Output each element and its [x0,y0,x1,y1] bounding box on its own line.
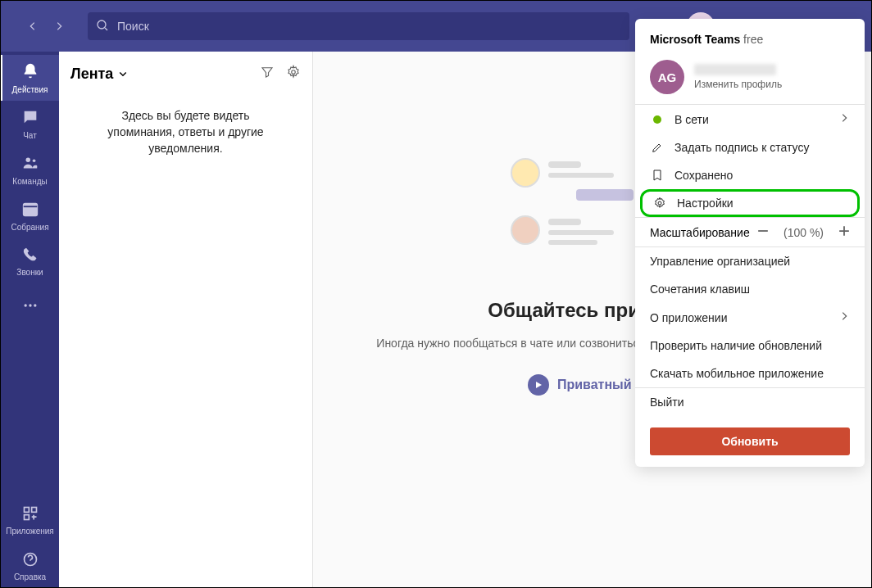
download-mobile-label: Скачать мобильное приложение [650,367,824,380]
settings-label: Настройки [677,197,733,210]
search-input[interactable] [88,12,629,40]
svg-point-3 [25,157,30,162]
svg-rect-9 [24,507,29,512]
zoom-out-button[interactable] [757,225,769,239]
check-updates-label: Проверить наличие обновлений [650,339,822,352]
sidebar-item-chat[interactable]: Чат [1,101,59,147]
zoom-row: Масштабирование (100 %) [635,218,865,247]
profile-initials-avatar: AG [650,60,684,94]
profile-dropdown: Microsoft Teams free AG Изменить профиль… [635,19,865,467]
svg-point-7 [29,304,31,306]
zoom-label: Масштабирование [650,226,750,239]
edit-icon [650,141,665,154]
sign-out-label: Выйти [650,396,684,409]
svg-point-14 [658,201,661,205]
filter-button[interactable] [260,65,275,83]
chevron-down-icon [118,66,128,83]
feed-title-text: Лента [70,66,113,83]
set-status-message-item[interactable]: Задать подпись к статусу [635,133,865,161]
check-updates-item[interactable]: Проверить наличие обновлений [635,332,865,360]
calendar-icon [21,200,39,221]
svg-point-13 [292,70,296,75]
update-button[interactable]: Обновить [650,427,850,455]
sidebar-label: Собрания [11,223,48,232]
saved-item[interactable]: Сохранено [635,161,865,189]
chevron-right-icon [838,310,850,324]
sidebar-label: Приложения [6,527,54,536]
help-icon [22,551,39,571]
saved-label: Сохранено [674,169,733,182]
more-icon [22,297,39,317]
sidebar-item-calendar[interactable]: Собрания [1,192,59,238]
nav-back-button[interactable] [20,14,45,38]
about-label: О приложении [650,311,727,324]
sidebar-item-activity[interactable]: Действия [1,55,59,101]
svg-rect-10 [31,507,36,512]
status-label: В сети [674,113,709,126]
sidebar-item-apps[interactable]: Приложения [1,497,59,543]
zoom-value: (100 %) [783,226,824,239]
download-mobile-item[interactable]: Скачать мобильное приложение [635,360,865,387]
profile-name-redacted [694,64,776,75]
zoom-in-button[interactable] [838,225,850,239]
teams-icon [21,154,39,175]
chevron-right-icon [838,112,850,126]
status-menu-item[interactable]: В сети [635,105,865,133]
dropdown-header: Microsoft Teams free [635,19,865,53]
shortcuts-item[interactable]: Сочетания клавиш [635,275,865,303]
feed-empty-text: Здесь вы будете видеть упоминания, ответ… [70,107,301,156]
nav-forward-button[interactable] [47,14,71,38]
sidebar-label: Справка [14,572,46,581]
manage-org-label: Управление организацией [650,255,790,268]
sidebar-label: Звонки [16,268,43,277]
sign-out-item[interactable]: Выйти [635,388,865,416]
set-status-label: Задать подпись к статусу [674,141,809,154]
search-wrap [88,12,629,40]
settings-item[interactable]: Настройки [640,189,860,217]
feed-settings-button[interactable] [286,65,301,83]
sidebar-label: Чат [23,131,37,140]
play-icon [528,374,549,396]
apps-icon [22,505,39,525]
tier-label: free [743,33,763,46]
about-item[interactable]: О приложении [635,303,865,332]
search-icon [96,19,109,35]
sidebar-item-teams[interactable]: Команды [1,147,59,192]
bell-icon [21,62,39,84]
sidebar-item-help[interactable]: Справка [1,543,59,588]
svg-rect-11 [24,514,29,519]
brand-name: Microsoft Teams [650,33,740,46]
profile-section: AG Изменить профиль [635,53,865,104]
svg-point-6 [24,304,26,306]
sidebar-item-calls[interactable]: Звонки [1,238,59,284]
svg-rect-5 [23,203,37,215]
shortcuts-label: Сочетания клавиш [650,283,750,296]
gear-icon [652,197,667,210]
sidebar-more-button[interactable] [1,284,59,330]
app-sidebar: Действия Чат Команды Собрания Звонки При… [1,52,59,588]
manage-org-item[interactable]: Управление организацией [635,247,865,275]
bookmark-icon [650,169,665,182]
svg-point-8 [34,304,36,306]
feed-column: Лента Здесь вы будете видеть упоминания,… [59,52,313,588]
svg-point-0 [98,20,106,29]
phone-icon [22,247,39,266]
status-available-icon [653,115,661,124]
feed-title-dropdown[interactable]: Лента [70,66,128,83]
svg-point-4 [32,159,35,162]
edit-profile-link[interactable]: Изменить профиль [694,79,782,90]
sidebar-label: Действия [12,85,48,94]
sidebar-label: Команды [12,177,47,186]
chat-icon [21,108,39,129]
